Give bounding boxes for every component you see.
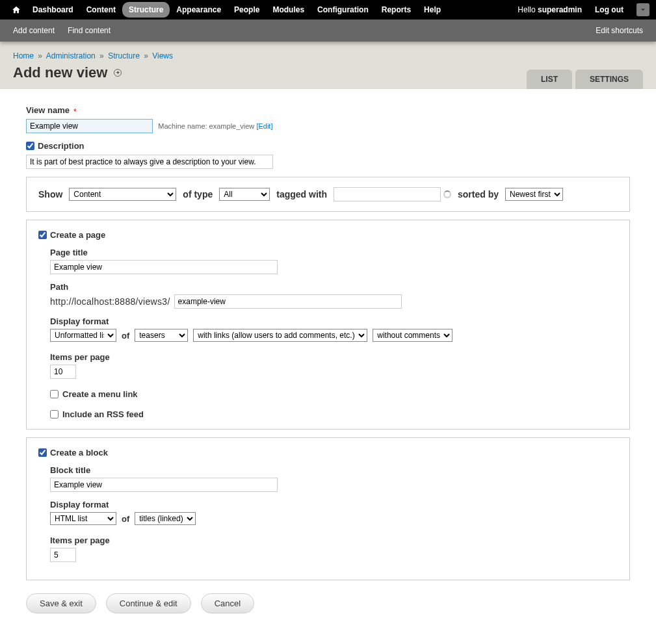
edit-shortcuts-link[interactable]: Edit shortcuts — [596, 26, 643, 35]
breadcrumb-admin[interactable]: Administration — [46, 51, 96, 60]
page-items-label: Items per page — [50, 352, 618, 362]
path-base-text: http://localhost:8888/views3/ — [50, 296, 170, 307]
create-block-fieldset: Create a block Block title Display forma… — [26, 437, 630, 580]
home-icon[interactable] — [12, 5, 21, 14]
logout-link[interactable]: Log out — [588, 2, 630, 18]
nav-structure[interactable]: Structure — [122, 2, 170, 18]
required-marker: * — [73, 107, 77, 116]
view-name-input[interactable] — [26, 119, 153, 133]
shortcut-add-content[interactable]: Add content — [13, 26, 55, 35]
create-menu-link-label: Create a menu link — [62, 389, 138, 399]
create-page-checkbox[interactable] — [38, 231, 47, 239]
page-links-select[interactable]: with links (allow users to add comments,… — [193, 329, 367, 342]
block-items-input[interactable] — [50, 548, 76, 562]
block-format-select[interactable]: HTML list — [50, 512, 116, 525]
nav-configuration[interactable]: Configuration — [311, 2, 375, 18]
create-block-checkbox[interactable] — [38, 448, 47, 457]
page-comments-select[interactable]: without comments — [373, 329, 453, 342]
breadcrumb-home[interactable]: Home — [13, 51, 34, 60]
nav-help[interactable]: Help — [417, 2, 447, 18]
page-of-label: of — [122, 331, 129, 341]
page-header: Home » Administration » Structure » View… — [0, 42, 656, 89]
path-input[interactable] — [174, 294, 402, 309]
cancel-button[interactable]: Cancel — [201, 593, 254, 613]
breadcrumb-views[interactable]: Views — [152, 51, 173, 60]
show-fieldset: Show Content of type All tagged with sor… — [26, 177, 630, 212]
block-title-label: Block title — [50, 465, 618, 475]
machine-name-display: Machine name: example_view [Edit] — [158, 122, 272, 130]
breadcrumb-structure[interactable]: Structure — [108, 51, 140, 60]
tagged-with-input[interactable] — [334, 187, 441, 201]
breadcrumb: Home » Administration » Structure » View… — [13, 51, 643, 60]
include-rss-checkbox[interactable] — [50, 410, 59, 419]
nav-content[interactable]: Content — [80, 2, 122, 18]
nav-appearance[interactable]: Appearance — [170, 2, 228, 18]
block-items-label: Items per page — [50, 535, 618, 545]
throbber-icon — [443, 190, 451, 198]
of-type-select[interactable]: All — [219, 188, 270, 201]
tagged-with-label: tagged with — [276, 189, 327, 200]
continue-edit-button[interactable]: Continue & edit — [106, 593, 191, 613]
description-label: Description — [38, 141, 85, 151]
page-title-label: Page title — [50, 248, 618, 257]
nav-reports[interactable]: Reports — [375, 2, 417, 18]
description-input[interactable] — [26, 155, 273, 169]
sorted-by-label: sorted by — [458, 189, 499, 200]
create-block-label: Create a block — [50, 448, 108, 457]
save-exit-button[interactable]: Save & exit — [26, 593, 96, 613]
page-title: Add new view + — [13, 64, 122, 89]
block-of-label: of — [122, 514, 129, 524]
create-page-label: Create a page — [50, 230, 105, 240]
description-checkbox[interactable] — [26, 142, 34, 150]
page-items-input[interactable] — [50, 365, 76, 379]
block-display-format-label: Display format — [50, 500, 618, 509]
sorted-by-select[interactable]: Newest first — [505, 188, 563, 201]
create-page-fieldset: Create a page Page title Path http://loc… — [26, 220, 630, 430]
toolbar-toggle-icon[interactable] — [636, 3, 649, 16]
block-title-input[interactable] — [50, 478, 278, 492]
user-greeting[interactable]: Hello superadmin — [511, 2, 588, 18]
create-menu-link-checkbox[interactable] — [50, 390, 59, 398]
add-shortcut-icon[interactable]: + — [114, 69, 122, 77]
page-display-format-label: Display format — [50, 316, 618, 326]
page-title-input[interactable] — [50, 260, 278, 274]
shortcut-find-content[interactable]: Find content — [68, 26, 111, 35]
tab-list[interactable]: LIST — [527, 70, 572, 89]
machine-name-edit-link[interactable]: [Edit] — [256, 122, 272, 130]
block-row-style-select[interactable]: titles (linked) — [135, 512, 196, 525]
admin-toolbar: Dashboard Content Structure Appearance P… — [0, 0, 656, 19]
tab-settings[interactable]: SETTINGS — [575, 70, 643, 89]
show-label: Show — [38, 189, 62, 200]
page-format-select[interactable]: Unformatted list — [50, 329, 116, 342]
path-label: Path — [50, 282, 618, 292]
include-rss-label: Include an RSS feed — [62, 409, 144, 419]
nav-people[interactable]: People — [228, 2, 266, 18]
nav-modules[interactable]: Modules — [266, 2, 311, 18]
shortcut-bar: Add content Find content Edit shortcuts — [0, 19, 656, 42]
page-row-style-select[interactable]: teasers — [135, 329, 188, 342]
of-type-label: of type — [183, 189, 213, 200]
main-content: View name * Machine name: example_view [… — [0, 89, 656, 630]
view-name-label: View name — [26, 105, 70, 115]
nav-dashboard[interactable]: Dashboard — [26, 2, 80, 18]
show-select[interactable]: Content — [69, 188, 176, 201]
